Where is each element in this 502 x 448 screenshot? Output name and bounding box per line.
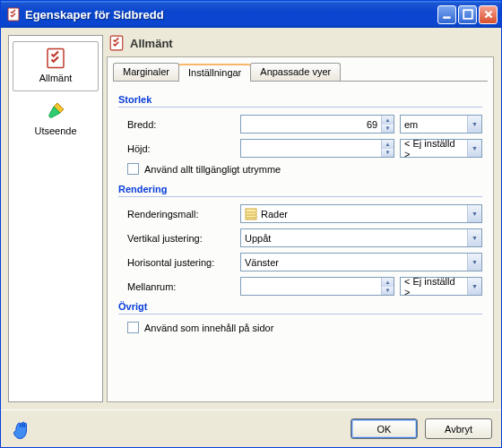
spin-down-icon[interactable]: ▼	[382, 125, 394, 134]
template-combo[interactable]: Rader ▼	[240, 204, 482, 223]
tab-body: Storlek Bredd: ▲ ▼ em	[108, 82, 493, 401]
combo-value: em	[401, 116, 467, 133]
chevron-down-icon[interactable]: ▼	[467, 254, 481, 271]
height-label: Höjd:	[127, 143, 235, 154]
rows-template-icon	[245, 208, 257, 220]
height-unit-combo[interactable]: < Ej inställd > ▼	[400, 139, 482, 158]
use-all-space-label: Använd allt tillgängligt utrymme	[144, 164, 281, 175]
category-sidebar: Allmänt Utseende	[8, 35, 103, 402]
chevron-down-icon[interactable]: ▼	[467, 205, 481, 222]
spin-up-icon[interactable]: ▲	[382, 140, 394, 149]
group-title-other: Övrigt	[118, 301, 482, 312]
chevron-down-icon[interactable]: ▼	[467, 278, 481, 295]
tab-label: Anpassade vyer	[260, 66, 331, 77]
tab-settings[interactable]: Inställningar	[178, 64, 251, 82]
group-title-size: Storlek	[118, 94, 482, 105]
paintbrush-icon	[45, 100, 66, 122]
sidebar-item-general[interactable]: Allmänt	[13, 41, 99, 91]
chevron-down-icon[interactable]: ▼	[467, 116, 481, 133]
spin-down-icon[interactable]: ▼	[382, 287, 394, 296]
as-content-label: Använd som innehåll på sidor	[144, 323, 273, 333]
template-label: Renderingsmall:	[127, 209, 235, 220]
row-halign: Horisontal justering: Vänster ▼	[127, 253, 482, 271]
width-spinner[interactable]: ▲ ▼	[240, 115, 394, 134]
main-area: Allmänt Marginaler Inställningar Anpassa…	[107, 35, 494, 402]
group-title-rendering: Rendering	[118, 184, 482, 194]
height-spinner[interactable]: ▲ ▼	[240, 139, 394, 158]
checklist-icon	[108, 35, 125, 51]
chevron-down-icon[interactable]: ▼	[467, 140, 481, 157]
row-width: Bredd: ▲ ▼ em ▼	[127, 115, 482, 134]
row-as-content: Använd som innehåll på sidor	[127, 322, 482, 333]
sidebar-item-label: Utseende	[34, 125, 76, 136]
checklist-icon	[45, 47, 66, 69]
ok-button[interactable]: OK	[351, 418, 418, 439]
footer-buttons: OK Avbryt	[351, 418, 492, 439]
valign-combo[interactable]: Uppåt ▼	[240, 228, 482, 247]
tab-custom-views[interactable]: Anpassade vyer	[250, 63, 341, 81]
hand-logo-icon	[10, 416, 37, 443]
button-label: Avbryt	[445, 424, 472, 435]
row-valign: Vertikal justering: Uppåt ▼	[127, 228, 482, 247]
spin-down-icon[interactable]: ▼	[382, 149, 394, 158]
combo-value: < Ej inställd >	[401, 278, 467, 295]
valign-label: Vertikal justering:	[127, 233, 235, 244]
tab-label: Marginaler	[123, 66, 169, 77]
width-unit-combo[interactable]: em ▼	[400, 115, 482, 134]
gap-unit-combo[interactable]: < Ej inställd > ▼	[400, 277, 482, 296]
button-label: OK	[377, 424, 392, 435]
gap-input[interactable]	[241, 278, 381, 295]
sidebar-item-appearance[interactable]: Utseende	[13, 95, 99, 143]
combo-text: Rader	[261, 209, 288, 220]
window-title: Egenskaper för Sidbredd	[25, 8, 436, 22]
gap-spinner[interactable]: ▲ ▼	[240, 277, 394, 296]
settings-panel: Marginaler Inställningar Anpassade vyer …	[107, 56, 494, 402]
client-area: Allmänt Utseende Allmänt Marginaler In	[1, 28, 501, 409]
svg-rect-2	[463, 10, 472, 19]
dialog-window: Egenskaper för Sidbredd Allmänt U	[0, 0, 502, 448]
halign-label: Horisontal justering:	[127, 257, 235, 268]
row-height: Höjd: ▲ ▼ < Ej inställd > ▼	[127, 139, 482, 158]
width-input[interactable]	[241, 116, 381, 133]
minimize-button[interactable]	[437, 5, 456, 24]
close-button[interactable]	[479, 5, 498, 24]
row-gap: Mellanrum: ▲ ▼ < Ej inställd > ▼	[127, 277, 482, 296]
maximize-button[interactable]	[458, 5, 477, 24]
spin-up-icon[interactable]: ▲	[382, 116, 394, 125]
sidebar-item-label: Allmänt	[39, 73, 73, 83]
gap-label: Mellanrum:	[127, 281, 235, 292]
page-title: Allmänt	[130, 37, 173, 50]
combo-value: Uppåt	[241, 229, 467, 246]
halign-combo[interactable]: Vänster ▼	[240, 253, 482, 271]
row-template: Renderingsmall: Rader ▼	[127, 204, 482, 223]
width-label: Bredd:	[127, 119, 235, 130]
page-header: Allmänt	[107, 35, 494, 56]
title-bar: Egenskaper för Sidbredd	[1, 1, 501, 28]
tab-strip: Marginaler Inställningar Anpassade vyer	[108, 57, 493, 81]
chevron-down-icon[interactable]: ▼	[467, 229, 481, 246]
combo-value: < Ej inställd >	[401, 140, 467, 157]
tab-margins[interactable]: Marginaler	[113, 63, 179, 81]
combo-value: Vänster	[241, 254, 467, 271]
dialog-footer: OK Avbryt	[1, 409, 501, 447]
cancel-button[interactable]: Avbryt	[425, 418, 492, 439]
svg-rect-1	[443, 16, 450, 18]
tab-label: Inställningar	[188, 67, 241, 78]
app-icon	[6, 7, 21, 22]
combo-value: Rader	[241, 205, 467, 222]
use-all-space-checkbox[interactable]	[127, 163, 139, 175]
spin-up-icon[interactable]: ▲	[382, 278, 394, 287]
as-content-checkbox[interactable]	[127, 322, 139, 333]
height-input[interactable]	[241, 140, 381, 157]
row-use-all-space: Använd allt tillgängligt utrymme	[127, 163, 482, 175]
